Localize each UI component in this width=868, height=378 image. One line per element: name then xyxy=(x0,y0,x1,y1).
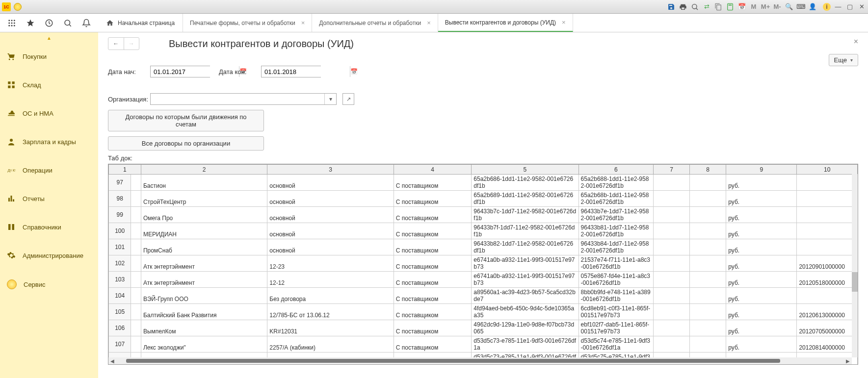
print-icon[interactable] xyxy=(679,2,687,11)
sidebar-item-purchases[interactable]: Покупки xyxy=(0,42,98,71)
col-header[interactable]: 8 xyxy=(690,165,726,175)
sidebar-item-salary[interactable]: Зарплата и кадры xyxy=(0,127,98,156)
tab-print-forms[interactable]: Печатные формы, отчеты и обработки × xyxy=(183,14,312,32)
sidebar-item-operations[interactable]: Дт Кт Операции xyxy=(0,156,98,184)
horizontal-scrollbar[interactable]: ◀ ▶ xyxy=(108,357,852,364)
m-plus-icon[interactable]: M+ xyxy=(761,2,770,11)
tab-counterparties-contracts[interactable]: Вывести контрагентов и договоры (УИД) × xyxy=(438,14,573,32)
col-header[interactable]: 7 xyxy=(653,165,689,175)
cell: 96433b7f-1dd7-11e2-9582-001e6726df1b xyxy=(472,223,579,239)
calculator-icon[interactable] xyxy=(726,2,735,11)
table-row[interactable]: 102Атк энтертэйнмент12-23С поставщикомe6… xyxy=(109,255,858,272)
table-row[interactable]: 99Омега ПроосновнойС поставщиком96433b7c… xyxy=(109,207,858,223)
table-row[interactable]: 106ВымпелКомKR#12031С поставщиком4962dc9… xyxy=(109,320,858,336)
org-input[interactable] xyxy=(151,94,324,104)
keyboard-icon[interactable]: ⌨ xyxy=(796,2,805,11)
col-header[interactable]: 6 xyxy=(579,165,653,175)
minimize-icon[interactable]: — xyxy=(834,2,842,11)
cell xyxy=(690,320,726,336)
sidebar-item-os-nma[interactable]: ОС и НМА xyxy=(0,99,98,127)
m-icon[interactable]: M xyxy=(749,2,758,11)
more-button[interactable]: Еще xyxy=(829,54,858,66)
info-icon[interactable]: i xyxy=(823,3,831,11)
zoom-in-icon[interactable]: 🔍 xyxy=(785,2,793,11)
copy-icon[interactable] xyxy=(714,2,723,11)
tab-home[interactable]: Начальная страница xyxy=(98,14,183,32)
col-header[interactable]: 3 xyxy=(267,165,394,175)
sidebar-item-catalogs[interactable]: Справочники xyxy=(0,213,98,241)
tabdoc-label: Таб док: xyxy=(108,154,858,162)
user-icon[interactable]: 👤 xyxy=(808,2,817,11)
table-row[interactable]: 105Балтийский Банк Развития12/785-БС от … xyxy=(109,304,858,320)
apps-icon[interactable] xyxy=(7,18,17,28)
sidebar-item-warehouse[interactable]: Склад xyxy=(0,71,98,99)
col-header[interactable]: 4 xyxy=(394,165,472,175)
col-header[interactable]: 9 xyxy=(726,165,797,175)
cell: ebf102f7-dab5-11e1-865f-001517e97b73 xyxy=(579,320,653,336)
cell: 12-12 xyxy=(267,272,394,288)
tab-additional-reports[interactable]: Дополнительные отчеты и обработки × xyxy=(312,14,438,32)
close-page-icon[interactable]: × xyxy=(854,37,858,46)
table-row[interactable]: 100МЕРИДИАНосновнойС поставщиком96433b7f… xyxy=(109,223,858,239)
cell: руб. xyxy=(726,175,797,191)
cell xyxy=(690,175,726,191)
cell: 12-23 xyxy=(267,255,394,272)
cell xyxy=(653,336,689,353)
history-icon[interactable] xyxy=(44,18,54,28)
contracts-with-movements-button[interactable]: Договоры по которым были движения по сче… xyxy=(108,110,264,131)
date-to-input[interactable] xyxy=(262,66,350,77)
org-open-icon[interactable]: ↗ xyxy=(342,93,354,105)
svg-rect-21 xyxy=(13,200,14,202)
row-number: 106 xyxy=(109,320,131,336)
nav-back-icon[interactable]: ← xyxy=(108,38,124,50)
close-icon[interactable]: × xyxy=(427,19,431,26)
sidebar-collapse-icon[interactable]: ▲ xyxy=(0,35,98,42)
nav-arrows: ← → xyxy=(108,37,139,50)
cell xyxy=(131,239,141,255)
cell: 65a2b686-1dd1-11e2-9582-001e6726df1b xyxy=(472,175,579,191)
sidebar-item-reports[interactable]: Отчеты xyxy=(0,184,98,213)
cell: e6741a0b-a932-11e1-99f3-001517e97b73 xyxy=(472,272,579,288)
save-icon[interactable] xyxy=(667,2,676,11)
cell: 96433b7c-1dd7-11e2-9582-001e6726df1b xyxy=(472,207,579,223)
sidebar-item-admin[interactable]: Администрирование xyxy=(0,241,98,270)
preview-icon[interactable] xyxy=(690,2,699,11)
org-field[interactable]: ▾ xyxy=(150,93,337,105)
table-row[interactable]: 101ПромСнабосновнойС поставщиком96433b82… xyxy=(109,239,858,255)
scroll-right-icon[interactable]: ▶ xyxy=(844,358,852,364)
close-window-icon[interactable]: ✕ xyxy=(857,2,866,11)
search-icon[interactable] xyxy=(63,18,73,28)
cell xyxy=(653,175,689,191)
col-header[interactable]: 1 xyxy=(109,165,141,175)
compare-icon[interactable]: ⇄ xyxy=(702,2,711,11)
svg-rect-15 xyxy=(8,86,10,88)
table-row[interactable]: 107Лекс эколоджи"2257/А (кабинки)С поста… xyxy=(109,336,858,353)
table-row[interactable]: 104ВЭЙ-Групп ОООБез договораС поставщико… xyxy=(109,288,858,304)
calendar-icon[interactable]: 📅 xyxy=(737,2,746,11)
sidebar-label: Зарплата и кадры xyxy=(23,138,76,146)
date-from-field[interactable]: 📅 xyxy=(150,66,210,77)
close-icon[interactable]: × xyxy=(301,19,305,26)
table-row[interactable]: 98СтройТехЦентросновнойС поставщиком65a2… xyxy=(109,191,858,207)
close-icon[interactable]: × xyxy=(562,19,566,26)
calendar-icon[interactable]: 📅 xyxy=(350,66,358,77)
col-header[interactable]: 10 xyxy=(797,165,858,175)
vertical-scrollbar[interactable] xyxy=(852,174,858,357)
col-header[interactable]: 2 xyxy=(141,165,267,175)
star-icon[interactable] xyxy=(26,18,35,28)
table-row[interactable]: 103Атк энтертэйнмент12-12С поставщикомe6… xyxy=(109,272,858,288)
cell: 4fd94aed-beb6-450c-9d4c-5de10365aa35 xyxy=(472,304,579,320)
m-minus-icon[interactable]: M- xyxy=(773,2,782,11)
scroll-left-icon[interactable]: ◀ xyxy=(108,358,116,364)
col-header[interactable]: 5 xyxy=(472,165,579,175)
bell-icon[interactable] xyxy=(81,18,91,28)
cell xyxy=(131,255,141,272)
tab-home-label: Начальная страница xyxy=(118,20,175,26)
chevron-down-icon[interactable]: ▾ xyxy=(324,94,336,104)
date-to-field[interactable]: 📅 xyxy=(261,66,321,77)
maximize-icon[interactable]: ▢ xyxy=(845,2,854,11)
content-area: ← → Вывести контрагентов и договоры (УИД… xyxy=(98,32,868,378)
sidebar-item-service[interactable]: Сервис xyxy=(0,270,53,299)
all-contracts-button[interactable]: Все договоры по организации xyxy=(108,136,264,151)
table-row[interactable]: 97БастионосновнойС поставщиком65a2b686-1… xyxy=(109,175,858,191)
